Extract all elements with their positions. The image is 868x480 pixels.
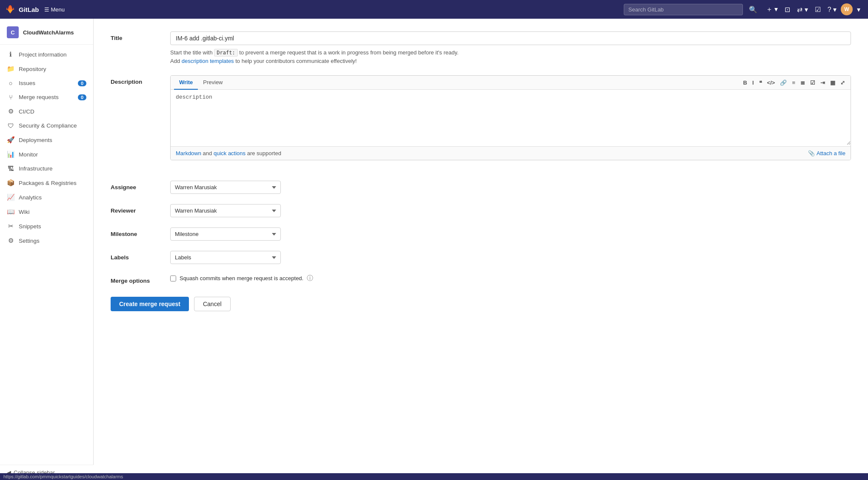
description-label: Description (111, 75, 170, 85)
reviewer-row: Reviewer Warren Marusiak (111, 204, 851, 217)
toolbar-ol[interactable]: ≣ (798, 78, 807, 87)
toolbar-code[interactable]: </> (765, 78, 777, 87)
sidebar-item-monitor[interactable]: 📊 Monitor (0, 147, 93, 162)
sidebar-item-settings[interactable]: ⚙ Settings (0, 233, 93, 248)
todo-button[interactable]: ☑ (812, 4, 823, 15)
sidebar-item-cicd[interactable]: ⚙ CI/CD (0, 104, 93, 119)
project-name: CloudWatchAlarms (23, 29, 74, 36)
description-textarea[interactable]: description (171, 90, 851, 145)
title-row: Title Start the title with Draft: to pre… (111, 31, 851, 65)
project-information-icon: ℹ (7, 51, 14, 58)
assignee-row: Assignee Warren Marusiak (111, 181, 851, 194)
menu-button[interactable]: ☰ Menu (44, 6, 65, 13)
issues-icon: ○ (7, 80, 14, 87)
sidebar-item-deployments[interactable]: 🚀 Deployments (0, 133, 93, 147)
user-dropdown-icon[interactable]: ▾ (854, 4, 863, 15)
labels-select[interactable]: Labels (170, 251, 281, 264)
editor-footer: Markdown and quick actions are supported… (171, 146, 851, 160)
issues-button[interactable]: ⊡ (782, 4, 793, 15)
project-avatar: C (7, 26, 19, 38)
reviewer-select[interactable]: Warren Marusiak (170, 204, 281, 217)
tab-write[interactable]: Write (174, 76, 198, 90)
toolbar-fullscreen[interactable]: ⤢ (838, 78, 847, 87)
issues-badge: 0 (78, 80, 86, 86)
sidebar-item-analytics[interactable]: 📈 Analytics (0, 190, 93, 204)
search-icon-button[interactable]: 🔍 (746, 4, 760, 15)
packages-registries-icon: 📦 (7, 179, 14, 187)
snippets-icon: ✂ (7, 222, 14, 230)
squash-checkbox[interactable] (170, 276, 176, 281)
wiki-icon: 📖 (7, 208, 14, 216)
sidebar-item-infrastructure[interactable]: 🏗 Infrastructure (0, 162, 93, 176)
toolbar-quote[interactable]: ❝ (757, 78, 764, 87)
toolbar-bold[interactable]: B (741, 78, 749, 87)
attach-file-button[interactable]: 📎 Attach a file (808, 150, 845, 156)
description-control-wrap: Write Preview B I ❝ </> 🔗 ≡ ≣ ☑ ⇥ (170, 75, 851, 160)
labels-row: Labels Labels (111, 251, 851, 264)
submit-button[interactable]: Create merge request (111, 297, 189, 311)
security-compliance-icon: 🛡 (7, 122, 14, 129)
merge-options-row: Merge options Squash commits when merge … (111, 274, 851, 284)
merge-options-control-wrap: Squash commits when merge request is acc… (170, 274, 851, 282)
toolbar-table[interactable]: ▦ (828, 78, 837, 87)
milestone-row: Milestone Milestone (111, 227, 851, 241)
description-editor: Write Preview B I ❝ </> 🔗 ≡ ≣ ☑ ⇥ (170, 75, 851, 160)
sidebar-item-packages-registries[interactable]: 📦 Packages & Registries (0, 176, 93, 190)
merge-options-content: Squash commits when merge request is acc… (170, 274, 851, 282)
milestone-select[interactable]: Milestone (170, 227, 281, 241)
toolbar-link[interactable]: 🔗 (778, 78, 789, 87)
title-input[interactable] (170, 31, 851, 45)
assignee-label: Assignee (111, 181, 170, 190)
merge-requests-badge: 0 (78, 94, 86, 100)
toolbar-italic[interactable]: I (750, 78, 756, 87)
merge-requests-icon: ⑂ (7, 94, 14, 101)
editor-tabs: Write Preview B I ❝ </> 🔗 ≡ ≣ ☑ ⇥ (171, 76, 851, 90)
sidebar-item-wiki[interactable]: 📖 Wiki (0, 204, 93, 219)
search-input[interactable] (624, 4, 743, 15)
search-area: 🔍 (624, 4, 760, 15)
squash-help-icon[interactable]: ⓘ (307, 274, 313, 282)
sidebar-item-snippets[interactable]: ✂ Snippets (0, 219, 93, 233)
app-name: GitLab (19, 6, 39, 13)
markdown-link[interactable]: Markdown (176, 150, 201, 156)
main-content: Title Start the title with Draft: to pre… (94, 19, 868, 480)
user-avatar-button[interactable]: W (841, 3, 853, 15)
sidebar: C CloudWatchAlarms ℹ Project information… (0, 19, 94, 480)
form-actions: Create merge request Cancel (111, 297, 851, 311)
milestone-label: Milestone (111, 227, 170, 237)
squash-label: Squash commits when merge request is acc… (180, 275, 303, 281)
brand: GitLab (5, 4, 39, 14)
sidebar-item-issues[interactable]: ○ Issues 0 (0, 76, 93, 90)
description-templates-link[interactable]: description templates (182, 58, 234, 64)
help-button[interactable]: ? ▾ (825, 4, 839, 15)
monitor-icon: 📊 (7, 151, 14, 158)
new-button[interactable]: ＋ ▾ (763, 3, 780, 16)
draft-code: Draft: (214, 49, 237, 57)
deployments-icon: 🚀 (7, 136, 14, 144)
toolbar-indent[interactable]: ⇥ (818, 78, 827, 87)
infrastructure-icon: 🏗 (7, 165, 14, 172)
toolbar-ul[interactable]: ≡ (790, 78, 797, 87)
sidebar-item-security-compliance[interactable]: 🛡 Security & Compliance (0, 119, 93, 133)
assignee-select[interactable]: Warren Marusiak (170, 181, 281, 194)
tab-preview[interactable]: Preview (198, 76, 228, 90)
merge-requests-button[interactable]: ⇄ ▾ (794, 4, 810, 15)
hamburger-icon: ☰ (44, 6, 49, 13)
labels-label: Labels (111, 251, 170, 261)
markdown-hint: Markdown and quick actions are supported (176, 150, 281, 156)
navbar-icons: ＋ ▾ ⊡ ⇄ ▾ ☑ ? ▾ W ▾ (763, 3, 863, 16)
settings-icon: ⚙ (7, 237, 14, 244)
cicd-icon: ⚙ (7, 108, 14, 115)
sidebar-item-project-information[interactable]: ℹ Project information (0, 47, 93, 62)
reviewer-label: Reviewer (111, 204, 170, 214)
quick-actions-link[interactable]: quick actions (214, 150, 246, 156)
repository-icon: 📁 (7, 65, 14, 73)
sidebar-item-repository[interactable]: 📁 Repository (0, 62, 93, 76)
reviewer-control-wrap: Warren Marusiak (170, 204, 851, 217)
sidebar-item-merge-requests[interactable]: ⑂ Merge requests 0 (0, 90, 93, 104)
milestone-control-wrap: Milestone (170, 227, 851, 241)
title-hint: Start the title with Draft: to prevent a… (170, 48, 851, 65)
cancel-button[interactable]: Cancel (194, 297, 231, 311)
gitlab-logo-icon (5, 4, 15, 14)
toolbar-task[interactable]: ☑ (808, 78, 817, 87)
